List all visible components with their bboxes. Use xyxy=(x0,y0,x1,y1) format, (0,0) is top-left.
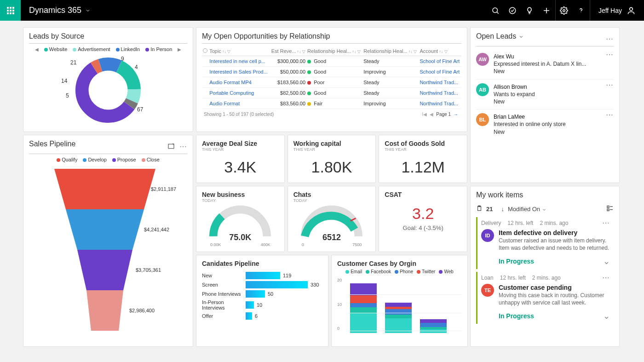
lead-more-button[interactable]: ⋯ xyxy=(606,113,614,117)
svg-rect-26 xyxy=(607,209,609,211)
task-button[interactable] xyxy=(504,0,521,21)
donut-chart: 21 9 4 14 5 67 xyxy=(29,56,187,127)
work-list: Delivery12 hrs. left2 mins. ago⋯ ID Item… xyxy=(476,217,614,324)
lead-item[interactable]: AW Alex Wu Expressed interest in A. Datu… xyxy=(476,49,614,79)
expand-chevron[interactable]: ⌄ xyxy=(603,256,610,266)
lead-more-button[interactable]: ⋯ xyxy=(606,53,614,57)
waffle-icon xyxy=(7,7,14,14)
card-title[interactable]: Open Leads xyxy=(476,32,606,43)
kpi-subtitle: THIS YEAR xyxy=(202,147,279,152)
lead-line: Expressed interest in A. Datum X lin... xyxy=(494,60,601,68)
col-account[interactable]: Account↑↓ ▽ xyxy=(419,46,461,56)
work-more-button[interactable]: ⋯ xyxy=(602,276,610,280)
work-item[interactable]: Loan12 hrs. left2 mins. ago⋯ TE Customer… xyxy=(476,272,614,324)
card-leads-by-source: Leads by Source ◀ Website Advertisement … xyxy=(23,27,193,132)
legend-item: Web xyxy=(439,269,453,274)
search-icon xyxy=(491,6,500,15)
kpi-row-2: New business TODAY 75.0K 0.00K400K Chats… xyxy=(196,186,467,252)
add-button[interactable] xyxy=(538,0,555,21)
pager-controls[interactable]: I◀◀Page 1→ xyxy=(421,112,460,117)
table-row[interactable]: Portable Computing $82,500.00 Good Stead… xyxy=(202,88,461,98)
app-title-dropdown[interactable]: Dynamics 365 xyxy=(29,6,91,15)
insights-button[interactable] xyxy=(521,0,538,21)
bar xyxy=(246,301,254,309)
table-row[interactable]: Interested in Sales Prod... $50,000.00 G… xyxy=(202,67,461,77)
app-launcher-button[interactable] xyxy=(0,0,21,21)
legend-prev[interactable]: ◀ xyxy=(35,47,39,52)
legend-next[interactable]: ▶ xyxy=(178,47,181,52)
settings-button[interactable] xyxy=(556,0,573,21)
expand-icon xyxy=(167,143,175,150)
work-eta: 12 hrs. left xyxy=(500,275,526,281)
lightbulb-icon xyxy=(525,6,534,15)
kpi-goal: Goal: 4 (-3.5%) xyxy=(385,224,461,231)
topic-link[interactable]: Interested in new cell p... xyxy=(209,58,265,64)
lead-item[interactable]: AB Allison Brown Wants to expand New ⋯ xyxy=(476,79,614,109)
account-link[interactable]: Northwind Trad... xyxy=(420,101,458,106)
stacked-bar-chart: 20100 xyxy=(337,278,462,333)
view-toggle-button[interactable] xyxy=(606,205,614,213)
task-check-icon xyxy=(508,6,517,15)
kpi-value: 3.2 xyxy=(385,198,461,224)
kpi-subtitle: TODAY xyxy=(202,198,279,203)
bar xyxy=(246,272,280,279)
table-row[interactable]: Audio Format $83,560.00 Fair Improving N… xyxy=(202,98,461,109)
svg-line-1 xyxy=(497,12,499,14)
col-revenue[interactable]: Est Reve...↑↓ ▽ xyxy=(270,46,306,56)
avatar: BL xyxy=(476,113,489,126)
kpi-title: CSAT xyxy=(385,191,461,198)
lead-more-button[interactable]: ⋯ xyxy=(606,83,614,87)
work-more-button[interactable]: ⋯ xyxy=(602,221,610,225)
user-menu[interactable]: Jeff Hay xyxy=(590,6,644,15)
table-row[interactable]: Interested in new cell p... $300,000.00 … xyxy=(202,56,461,67)
col-trend[interactable]: Relationship Heal...↑↓ ▽ xyxy=(362,46,419,56)
card-title: Customer Cases by Orgin xyxy=(337,260,462,267)
expand-chevron[interactable]: ⌄ xyxy=(603,311,610,321)
svg-point-15 xyxy=(90,72,126,109)
card-more-button[interactable]: ⋯ xyxy=(606,37,614,41)
legend-item: Propose xyxy=(112,157,136,162)
stack-bar xyxy=(385,303,412,333)
account-link[interactable]: School of Fine Art xyxy=(420,69,460,75)
lead-line: Wants to expand xyxy=(494,91,601,98)
help-button[interactable] xyxy=(573,0,590,21)
svg-marker-20 xyxy=(86,290,123,331)
lead-name: Allison Brown xyxy=(494,83,601,91)
funnel-chart: $2,911,187 $4,241,442 $3,705,361 $2,986,… xyxy=(29,166,187,336)
card-more-button[interactable]: ⋯ xyxy=(179,145,187,149)
select-all-checkbox[interactable] xyxy=(203,48,207,53)
lead-status: New xyxy=(494,98,601,105)
legend-item: Website xyxy=(44,46,68,52)
account-link[interactable]: Northwind Trad... xyxy=(420,80,458,85)
candidate-row: In-Person Interviews10 xyxy=(202,299,322,310)
card-title: My work items xyxy=(476,191,614,202)
account-link[interactable]: Northwind Trad... xyxy=(420,90,458,96)
lead-item[interactable]: BL Brian LaMee Interested in online only… xyxy=(476,109,614,139)
search-button[interactable] xyxy=(487,0,504,21)
sort-dropdown[interactable]: Modified On xyxy=(508,206,546,213)
leads-list: AW Alex Wu Expressed interest in A. Datu… xyxy=(476,49,614,139)
col-health[interactable]: Relationship Heal...↑↓ ▽ xyxy=(306,46,362,56)
topic-link[interactable]: Audio Format MP4 xyxy=(209,80,252,85)
svg-marker-17 xyxy=(54,169,155,209)
expand-button[interactable] xyxy=(167,143,175,151)
work-item[interactable]: Delivery12 hrs. left2 mins. ago⋯ ID Item… xyxy=(476,217,614,269)
funnel-svg xyxy=(29,169,185,334)
topic-link[interactable]: Audio Format xyxy=(209,101,240,106)
kpi-value: 3.4K xyxy=(202,152,279,178)
kpi-title: Working capital xyxy=(293,140,370,147)
avatar: ID xyxy=(481,229,494,242)
chevron-down-icon xyxy=(518,34,524,40)
topic-link[interactable]: Portable Computing xyxy=(209,90,254,96)
svg-rect-24 xyxy=(607,206,609,208)
table-row[interactable]: Audio Format MP4 $183,560.00 Poor Steady… xyxy=(202,77,461,88)
work-eta: 12 hrs. left xyxy=(507,220,533,226)
list-icon xyxy=(606,205,614,212)
kpi-title: New business xyxy=(202,191,279,198)
account-link[interactable]: School of Fine Art xyxy=(420,58,460,64)
col-topic[interactable]: Topic↑↓ ▽ xyxy=(208,46,270,56)
topic-link[interactable]: Interested in Sales Prod... xyxy=(209,69,268,75)
svg-marker-19 xyxy=(77,250,132,290)
kpi-value: 1.80K xyxy=(293,152,370,178)
legend: ◀ Website Advertisement LinkedIn In Pers… xyxy=(29,46,187,52)
